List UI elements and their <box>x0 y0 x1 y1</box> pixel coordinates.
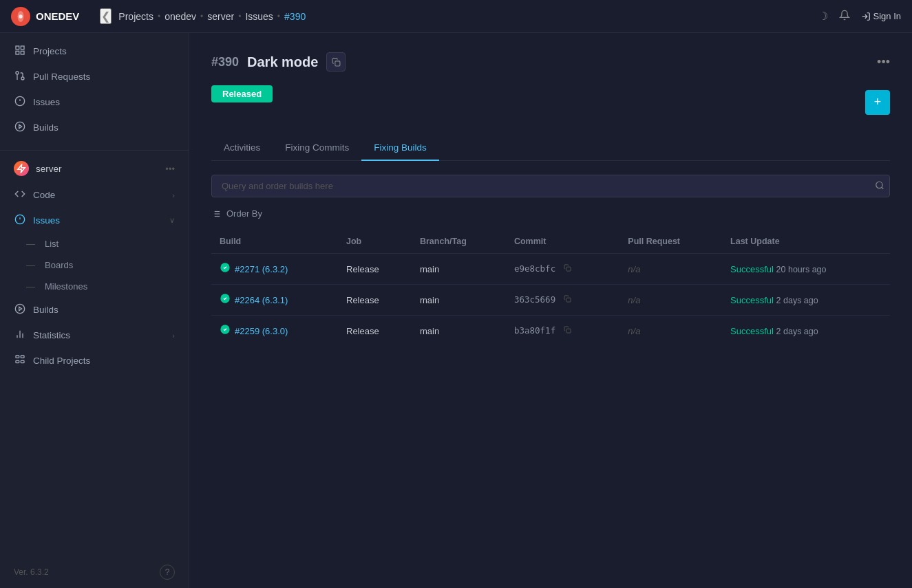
copy-hash-button-1[interactable] <box>561 294 574 306</box>
global-nav: Projects Pull Requests <box>0 33 189 146</box>
status-row: Released + <box>211 85 890 119</box>
sidebar-item-projects[interactable]: Projects <box>0 39 189 64</box>
search-input[interactable] <box>211 175 890 197</box>
boards-dash: — <box>26 260 35 270</box>
breadcrumb-sep-1: • <box>158 12 160 21</box>
sidebar-item-statistics[interactable]: Statistics › <box>0 323 189 348</box>
svg-point-14 <box>15 122 24 131</box>
list-dash: — <box>26 239 35 249</box>
breadcrumb-issue-number: #390 <box>284 11 306 22</box>
add-button[interactable]: + <box>865 90 890 115</box>
breadcrumb-projects[interactable]: Projects <box>118 11 153 22</box>
svg-rect-27 <box>16 360 19 362</box>
notification-icon[interactable] <box>839 10 850 23</box>
col-job: Job <box>338 230 412 254</box>
col-pull-request: Pull Request <box>619 230 722 254</box>
branch-cell-0: main <box>412 254 506 285</box>
tab-fixing-builds[interactable]: Fixing Builds <box>361 135 439 161</box>
tab-activities[interactable]: Activities <box>211 135 273 161</box>
sidebar-footer: Ver. 6.3.2 ? <box>0 556 189 588</box>
issues-icon-project <box>14 214 26 227</box>
milestones-dash: — <box>26 281 35 292</box>
status-time-1: 2 days ago <box>776 296 818 305</box>
sidebar-subitem-boards[interactable]: — Boards <box>0 254 189 276</box>
breadcrumb-sep-2: • <box>200 12 203 21</box>
build-cell-0: #2271 (6.3.2) <box>211 254 338 285</box>
order-by-label: Order By <box>226 208 262 219</box>
commit-cell-0: e9e8cbfc <box>506 254 619 285</box>
status-text-0: Successful <box>730 264 774 274</box>
copy-hash-button-0[interactable] <box>561 263 574 275</box>
svg-rect-39 <box>566 267 571 271</box>
sidebar-subitem-list[interactable]: — List <box>0 233 189 254</box>
na-text-0: n/a <box>628 264 640 274</box>
sign-in-button[interactable]: Sign In <box>861 11 901 21</box>
success-icon-2 <box>220 324 231 338</box>
copy-issue-link-button[interactable] <box>326 52 346 72</box>
pr-cell-0: n/a <box>619 254 722 285</box>
help-button[interactable]: ? <box>160 565 175 580</box>
sidebar-subitem-label-boards: Boards <box>45 260 73 270</box>
breadcrumb-server[interactable]: server <box>207 11 234 22</box>
breadcrumb-issues[interactable]: Issues <box>245 11 273 22</box>
svg-rect-28 <box>21 360 24 362</box>
issues-arrow-icon[interactable]: ∨ <box>169 216 175 225</box>
col-branch-tag: Branch/Tag <box>412 230 506 254</box>
statistics-icon <box>14 329 26 342</box>
build-link-1[interactable]: #2264 (6.3.1) <box>235 295 288 305</box>
sidebar-collapse-button[interactable]: ❮ <box>100 8 112 24</box>
sidebar-divider-1 <box>0 150 189 151</box>
builds-icon-project <box>14 303 26 316</box>
sidebar: Projects Pull Requests <box>0 33 189 588</box>
svg-point-20 <box>15 304 24 313</box>
status-time-2: 2 days ago <box>776 327 818 336</box>
order-by-row[interactable]: Order By <box>211 208 890 219</box>
issue-header: #390 Dark mode ••• <box>211 52 890 72</box>
moon-icon[interactable]: ☽ <box>818 10 828 23</box>
last-update-cell-0: Successful 20 hours ago <box>722 254 890 285</box>
sidebar-item-label-issues-project: Issues <box>33 215 162 226</box>
last-update-cell-1: Successful 2 days ago <box>722 285 890 316</box>
issue-more-button[interactable]: ••• <box>877 55 890 69</box>
sidebar-item-issues-global[interactable]: Issues <box>0 89 189 115</box>
pull-requests-icon <box>14 70 26 83</box>
sidebar-project-server[interactable]: server ••• <box>0 155 189 182</box>
sidebar-item-label-issues: Issues <box>33 97 175 107</box>
svg-rect-25 <box>16 356 19 358</box>
build-cell-2: #2259 (6.3.0) <box>211 316 338 347</box>
sidebar-item-code[interactable]: Code › <box>0 182 189 208</box>
project-more-icon[interactable]: ••• <box>165 164 175 174</box>
sidebar-subitem-milestones[interactable]: — Milestones <box>0 276 189 297</box>
job-cell-0: Release <box>338 254 412 285</box>
child-projects-icon <box>14 354 26 367</box>
projects-icon <box>14 45 26 58</box>
project-name: server <box>36 164 158 174</box>
status-text-1: Successful <box>730 295 774 305</box>
copy-hash-button-2[interactable] <box>561 325 574 337</box>
sign-in-label: Sign In <box>873 11 901 21</box>
table-header: Build Job Branch/Tag Commit Pull Request… <box>211 230 890 254</box>
sidebar-item-builds-global[interactable]: Builds <box>0 115 189 140</box>
sidebar-item-pull-requests[interactable]: Pull Requests <box>0 64 189 89</box>
svg-rect-41 <box>566 298 571 302</box>
sidebar-item-builds-project[interactable]: Builds <box>0 297 189 323</box>
statistics-arrow-icon: › <box>172 331 175 340</box>
commit-hash-2: b3a80f1f <box>514 325 555 336</box>
search-button[interactable] <box>875 180 884 192</box>
sidebar-item-issues-project[interactable]: Issues ∨ <box>0 208 189 233</box>
breadcrumb-onedev[interactable]: onedev <box>165 11 196 22</box>
table-row: #2271 (6.3.2) Release main e9e8cbfc n/a … <box>211 254 890 285</box>
search-input-wrap <box>211 175 890 197</box>
commit-cell-2: b3a80f1f <box>506 316 619 347</box>
breadcrumb-sep-3: • <box>238 12 241 21</box>
main-layout: Projects Pull Requests <box>0 33 912 588</box>
svg-point-8 <box>21 77 24 80</box>
build-link-0[interactable]: #2271 (6.3.2) <box>235 264 288 274</box>
code-icon <box>14 188 26 202</box>
build-link-2[interactable]: #2259 (6.3.0) <box>235 326 288 336</box>
app-logo[interactable]: ONEDEV <box>11 7 79 26</box>
tab-fixing-commits[interactable]: Fixing Commits <box>273 135 361 161</box>
sidebar-item-child-projects[interactable]: Child Projects <box>0 348 189 373</box>
order-by-icon <box>211 209 221 219</box>
svg-line-31 <box>882 187 884 189</box>
